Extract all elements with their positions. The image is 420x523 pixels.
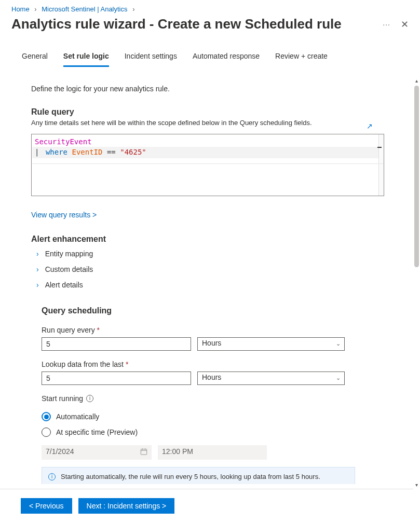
kql-pipe: | xyxy=(35,147,39,157)
kql-table: SecurityEvent xyxy=(35,137,92,146)
view-query-results-link[interactable]: View query results > xyxy=(31,211,97,219)
radio-automatically[interactable] xyxy=(42,412,51,421)
start-time-input: 12:00 PM xyxy=(158,445,267,460)
collapse-custom-details[interactable]: › Custom details xyxy=(31,262,374,277)
close-icon[interactable]: ✕ xyxy=(401,20,409,29)
info-icon[interactable]: i xyxy=(86,395,93,402)
breadcrumb-sentinel[interactable]: Microsoft Sentinel | Analytics xyxy=(42,5,127,13)
start-running-label: Start running xyxy=(42,394,83,403)
chevron-right-icon: › xyxy=(36,265,39,273)
alert-enhancement-title: Alert enhancement xyxy=(31,235,374,244)
chevron-right-icon: › xyxy=(36,281,39,289)
radio-specific-time-label: At specific time (Preview) xyxy=(56,428,138,436)
radio-automatically-label: Automatically xyxy=(56,412,99,421)
expand-icon[interactable]: ↗ xyxy=(367,122,373,130)
collapse-alert-details[interactable]: › Alert details xyxy=(31,277,374,293)
schedule-info-text: Starting automatically, the rule will ru… xyxy=(61,473,320,480)
schedule-info-banner: i Starting automatically, the rule will … xyxy=(42,467,355,484)
scrollbar-thumb[interactable] xyxy=(414,86,419,267)
run-every-unit-select[interactable]: Hours xyxy=(197,337,345,351)
run-every-value-input[interactable] xyxy=(42,337,191,351)
lookup-label: Lookup data from the last * xyxy=(42,360,343,368)
rule-query-subtitle: Any time details set here will be within… xyxy=(31,119,374,127)
chevron-right-icon: › xyxy=(36,250,39,258)
lookup-unit-select[interactable]: Hours xyxy=(197,371,345,385)
svg-rect-0 xyxy=(141,449,146,455)
intro-text: Define the logic for your new analytics … xyxy=(31,85,374,93)
scroll-down-icon[interactable]: ▾ xyxy=(414,482,419,488)
lookup-value-input[interactable] xyxy=(42,371,191,385)
kql-column: EventID xyxy=(72,147,102,157)
kql-query-editor[interactable]: SecurityEvent | where EventID == "4625" xyxy=(31,134,384,196)
collapse-label: Entity mapping xyxy=(45,250,93,258)
run-every-label: Run query every * xyxy=(42,326,343,334)
kql-operator: == xyxy=(107,147,116,157)
start-date-input: 7/1/2024 xyxy=(42,445,152,460)
collapse-entity-mapping[interactable]: › Entity mapping xyxy=(31,246,374,262)
radio-specific-time[interactable] xyxy=(42,428,51,437)
rule-query-title: Rule query xyxy=(31,107,374,117)
scroll-up-icon[interactable]: ▴ xyxy=(414,78,419,84)
info-icon: i xyxy=(48,473,56,480)
tab-review-create[interactable]: Review + create xyxy=(275,52,328,67)
breadcrumb-home[interactable]: Home xyxy=(11,5,30,13)
previous-button[interactable]: < Previous xyxy=(21,498,72,514)
tab-incident-settings[interactable]: Incident settings xyxy=(125,52,177,67)
next-button[interactable]: Next : Incident settings > xyxy=(78,498,175,514)
page-title: Analytics rule wizard - Create a new Sch… xyxy=(11,16,342,32)
tab-set-rule-logic[interactable]: Set rule logic xyxy=(63,52,109,67)
collapse-label: Alert details xyxy=(45,281,83,289)
tab-bar: General Set rule logic Incident settings… xyxy=(0,32,420,67)
chevron-right-icon: › xyxy=(34,5,36,13)
breadcrumb: Home › Microsoft Sentinel | Analytics › xyxy=(0,0,420,13)
collapse-label: Custom details xyxy=(45,265,93,273)
query-scheduling-title: Query scheduling xyxy=(42,306,343,315)
chevron-right-icon: › xyxy=(132,5,134,13)
kql-string: "4625" xyxy=(120,147,146,157)
calendar-icon xyxy=(140,448,147,457)
more-actions-icon[interactable]: ··· xyxy=(383,20,390,29)
scrollbar[interactable]: ▴ ▾ xyxy=(413,78,420,488)
tab-general[interactable]: General xyxy=(22,52,48,67)
tab-automated-response[interactable]: Automated response xyxy=(193,52,260,67)
kql-where: where xyxy=(46,147,67,157)
